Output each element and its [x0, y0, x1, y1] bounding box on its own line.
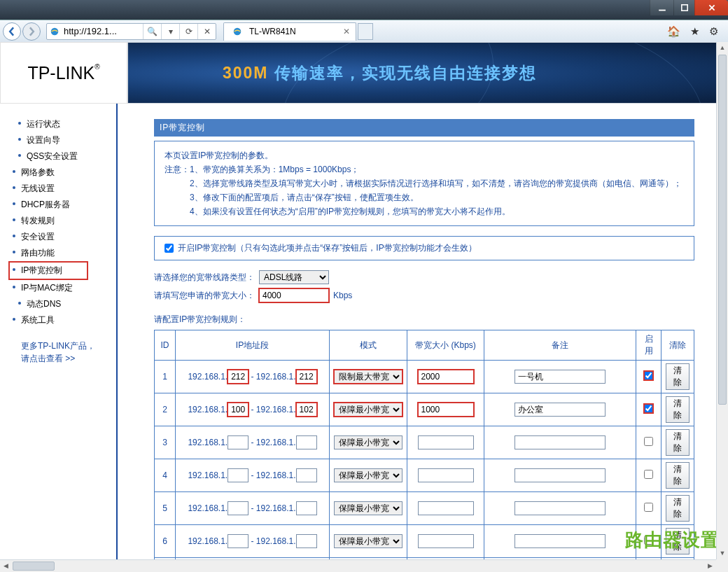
line-type-label: 请选择您的宽带线路类型：	[154, 272, 255, 284]
row-enable-checkbox[interactable]	[644, 536, 653, 545]
table-row: 1192.168.1. - 192.168.1.限制最大带宽清除	[155, 361, 694, 393]
bandwidth-label: 请填写您申请的带宽大小：	[154, 290, 255, 302]
ie-icon	[230, 27, 245, 36]
sidebar-item-8[interactable]: 路由功能	[11, 245, 116, 261]
window-vscrollbar[interactable]: ▲▼	[716, 42, 728, 559]
ip-to-input[interactable]	[296, 501, 317, 515]
row-enable-checkbox[interactable]	[644, 470, 653, 479]
remark-input[interactable]	[514, 403, 606, 417]
enable-checkbox[interactable]	[164, 244, 174, 253]
row-enable-checkbox[interactable]	[644, 371, 653, 380]
sidebar-item-12[interactable]: 系统工具	[11, 312, 116, 328]
new-tab-button[interactable]	[358, 23, 373, 40]
tab-close-icon[interactable]: ✕	[343, 27, 350, 36]
mode-select[interactable]: 保障最小带宽	[334, 534, 402, 548]
window-controls	[650, 0, 728, 15]
maximize-button[interactable]	[673, 0, 694, 15]
mode-select[interactable]: 保障最小带宽	[334, 435, 402, 449]
logo: TP-LINK®	[0, 42, 127, 104]
ip-to-input[interactable]	[296, 534, 317, 548]
sidebar-item-6[interactable]: 转发规则	[11, 213, 116, 229]
ip-from-input[interactable]	[227, 534, 248, 548]
mode-select[interactable]: 限制最大带宽	[334, 370, 402, 384]
enable-label: 开启IP带宽控制（只有勾选此项并点击“保存”按钮后，IP带宽控制功能才会生效）	[178, 242, 477, 254]
mode-select[interactable]: 保障最小带宽	[334, 501, 402, 515]
ie-icon	[47, 27, 62, 36]
table-row: 6192.168.1. - 192.168.1.保障最小带宽清除	[155, 525, 694, 558]
row-enable-checkbox[interactable]	[644, 437, 653, 446]
ip-from-input[interactable]	[227, 501, 248, 515]
address-bar[interactable]	[62, 26, 143, 36]
minimize-button[interactable]	[650, 0, 673, 15]
sidebar-item-11[interactable]: 动态DNS	[11, 296, 116, 312]
table-row: 4192.168.1. - 192.168.1.保障最小带宽清除	[155, 459, 694, 492]
bandwidth-rule-input[interactable]	[418, 370, 474, 384]
browser-tab[interactable]: TL-WR841N ✕	[223, 22, 356, 41]
favorites-icon[interactable]: ★	[690, 25, 699, 38]
sidebar-item-10[interactable]: IP与MAC绑定	[11, 280, 116, 296]
bandwidth-input[interactable]	[259, 288, 329, 302]
table-row: 3192.168.1. - 192.168.1.保障最小带宽清除	[155, 426, 694, 459]
sidebar-item-5[interactable]: DHCP服务器	[11, 197, 116, 213]
remark-input[interactable]	[514, 534, 606, 548]
bandwidth-rule-input[interactable]	[418, 501, 474, 515]
mode-select[interactable]: 保障最小带宽	[334, 468, 402, 482]
row-clear-button[interactable]: 清除	[666, 495, 690, 522]
url-dropdown[interactable]: ▾	[161, 24, 179, 39]
bandwidth-unit: Kbps	[333, 291, 352, 300]
remark-input[interactable]	[514, 370, 606, 384]
row-clear-button[interactable]: 清除	[666, 429, 690, 456]
sidebar-item-3[interactable]: 网络参数	[11, 165, 116, 181]
ip-to-input[interactable]	[296, 370, 317, 384]
sidebar-item-7[interactable]: 安全设置	[11, 229, 116, 245]
bandwidth-rule-input[interactable]	[418, 534, 474, 548]
ip-from-input[interactable]	[227, 468, 248, 482]
browser-toolbar: 🔍 ▾ ⟳ ✕ TL-WR841N ✕ 🏠 ★ ⚙	[0, 20, 728, 42]
info-panel: 本页设置IP带宽控制的参数。 注意：1、带宽的换算关系为：1Mbps = 100…	[154, 141, 694, 226]
stop-icon[interactable]: ✕	[197, 24, 216, 39]
ip-to-input[interactable]	[296, 468, 317, 482]
remark-input[interactable]	[514, 468, 606, 482]
search-icon[interactable]: 🔍	[143, 24, 161, 39]
sidebar-item-9[interactable]: IP带宽控制	[8, 261, 88, 280]
sidebar: 运行状态设置向导QSS安全设置网络参数无线设置DHCP服务器转发规则安全设置路由…	[0, 104, 118, 559]
ip-from-input[interactable]	[227, 370, 248, 384]
line-type-select[interactable]: ADSL线路	[259, 270, 329, 284]
sidebar-more-link[interactable]: 更多TP-LINK产品，请点击查看 >>	[11, 340, 116, 365]
home-icon[interactable]: 🏠	[667, 25, 680, 38]
ip-to-input[interactable]	[296, 435, 317, 449]
mode-select[interactable]: 保障最小带宽	[334, 403, 402, 417]
ip-from-input[interactable]	[227, 435, 248, 449]
remark-input[interactable]	[514, 435, 606, 449]
back-button[interactable]	[3, 22, 21, 41]
row-enable-checkbox[interactable]	[644, 404, 653, 413]
sidebar-item-0[interactable]: 运行状态	[11, 116, 116, 132]
row-clear-button[interactable]: 清除	[666, 396, 690, 423]
bandwidth-rule-input[interactable]	[418, 403, 474, 417]
sidebar-item-4[interactable]: 无线设置	[11, 181, 116, 197]
ip-to-input[interactable]	[296, 403, 317, 417]
banner: 300M 传输速率，实现无线自由连接梦想	[127, 42, 728, 104]
window-hscrollbar[interactable]: ◀▶	[0, 559, 716, 572]
sidebar-item-2[interactable]: QSS安全设置	[11, 148, 116, 165]
tab-title: TL-WR841N	[249, 27, 296, 36]
table-row: 2192.168.1. - 192.168.1.保障最小带宽清除	[155, 393, 694, 426]
remark-input[interactable]	[514, 501, 606, 515]
forward-button[interactable]	[22, 22, 41, 41]
rules-label: 请配置IP带宽控制规则：	[154, 314, 694, 326]
sidebar-item-1[interactable]: 设置向导	[11, 132, 116, 148]
row-clear-button[interactable]: 清除	[666, 462, 690, 489]
tools-icon[interactable]: ⚙	[709, 25, 718, 38]
rules-table: ID IP地址段 模式 带宽大小 (Kbps) 备注 启用 清除 1192.16…	[154, 330, 694, 559]
ip-from-input[interactable]	[227, 403, 248, 417]
row-enable-checkbox[interactable]	[644, 503, 653, 512]
bandwidth-rule-input[interactable]	[418, 468, 474, 482]
close-button[interactable]	[694, 0, 728, 15]
refresh-icon[interactable]: ⟳	[179, 24, 197, 39]
svg-rect-1	[681, 5, 687, 11]
row-clear-button[interactable]: 清除	[666, 528, 690, 554]
table-row: 5192.168.1. - 192.168.1.保障最小带宽清除	[155, 492, 694, 525]
row-clear-button[interactable]: 清除	[666, 363, 690, 390]
page-title: IP带宽控制	[154, 119, 694, 137]
bandwidth-rule-input[interactable]	[418, 435, 474, 449]
